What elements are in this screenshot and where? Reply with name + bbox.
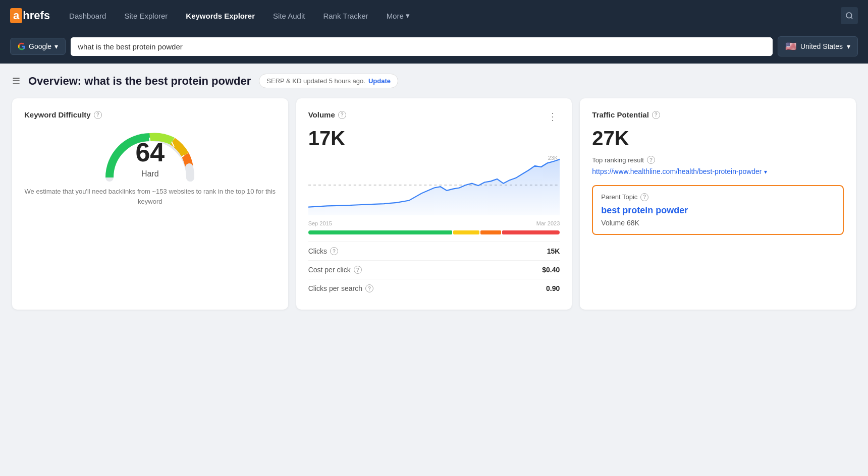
overview-header: ☰ Overview: what is the best protein pow… bbox=[12, 74, 856, 88]
nav-dashboard[interactable]: Dashboard bbox=[62, 8, 113, 24]
top-ranking-label: Top ranking result ? bbox=[592, 156, 844, 164]
parent-topic-box: Parent Topic ? best protein powder Volum… bbox=[592, 185, 844, 235]
search-engine-selector[interactable]: Google ▾ bbox=[10, 38, 66, 55]
chart-start-label: Sep 2015 bbox=[308, 220, 332, 226]
top-ranking-help-icon[interactable]: ? bbox=[647, 156, 655, 164]
cards-row: Keyword Difficulty ? bbox=[12, 98, 856, 310]
clicks-help-icon[interactable]: ? bbox=[330, 247, 338, 255]
chart-max-label: 23K bbox=[548, 155, 558, 161]
volume-help-icon[interactable]: ? bbox=[338, 111, 346, 119]
gauge-wrap: 64 Hard bbox=[24, 127, 276, 178]
kd-help-icon[interactable]: ? bbox=[94, 111, 102, 119]
cpc-help-icon[interactable]: ? bbox=[354, 266, 362, 274]
cpc-label: Cost per click ? bbox=[308, 266, 362, 274]
nav-more[interactable]: More ▾ bbox=[379, 7, 417, 24]
nav-site-explorer[interactable]: Site Explorer bbox=[117, 8, 175, 24]
chevron-down-icon: ▾ bbox=[406, 11, 410, 20]
bar-red bbox=[502, 230, 560, 234]
search-input[interactable] bbox=[71, 37, 773, 56]
kd-score: 64 bbox=[135, 137, 165, 167]
traffic-card-title: Traffic Potential ? bbox=[592, 110, 844, 119]
parent-topic-keyword[interactable]: best protein powder bbox=[601, 205, 835, 216]
flag-icon: 🇺🇸 bbox=[785, 41, 796, 52]
volume-more-button[interactable]: ⋮ bbox=[546, 110, 560, 123]
bar-yellow bbox=[453, 230, 479, 234]
chart-end-label: Mar 2023 bbox=[536, 220, 560, 226]
volume-value: 17K bbox=[308, 127, 346, 150]
cpc-metric: Cost per click ? $0.40 bbox=[308, 260, 560, 279]
country-selector[interactable]: 🇺🇸 United States ▾ bbox=[778, 36, 858, 56]
parent-topic-volume: Volume 68K bbox=[601, 219, 835, 227]
clicks-metric: Clicks ? 15K bbox=[308, 242, 560, 260]
chart-labels: Sep 2015 Mar 2023 bbox=[308, 220, 560, 226]
clicks-label: Clicks ? bbox=[308, 247, 338, 255]
kd-card: Keyword Difficulty ? bbox=[12, 98, 288, 310]
traffic-value: 27K bbox=[592, 127, 844, 150]
google-icon bbox=[18, 42, 26, 50]
svg-point-0 bbox=[846, 13, 852, 18]
url-dropdown-icon: ▾ bbox=[764, 168, 767, 176]
cpc-value: $0.40 bbox=[542, 266, 560, 274]
search-icon bbox=[845, 12, 853, 20]
distribution-bar bbox=[308, 230, 560, 234]
search-bar: Google ▾ 🇺🇸 United States ▾ bbox=[0, 31, 868, 64]
bar-green bbox=[308, 230, 452, 234]
svg-line-1 bbox=[851, 17, 852, 19]
ranking-url-link[interactable]: https://www.healthline.com/health/best-p… bbox=[592, 167, 844, 177]
traffic-help-icon[interactable]: ? bbox=[652, 111, 660, 119]
cps-help-icon[interactable]: ? bbox=[365, 284, 373, 292]
volume-header: Volume ? 17K ⋮ bbox=[308, 110, 560, 155]
clicks-value: 15K bbox=[547, 247, 560, 255]
search-input-wrap bbox=[71, 37, 773, 56]
kd-label: Hard bbox=[135, 169, 165, 178]
kd-description: We estimate that you'll need backlinks f… bbox=[24, 187, 276, 206]
hamburger-icon[interactable]: ☰ bbox=[12, 76, 20, 87]
page-title: Overview: what is the best protein powde… bbox=[28, 75, 251, 88]
engine-chevron-icon: ▾ bbox=[55, 42, 58, 50]
cps-metric: Clicks per search ? 0.90 bbox=[308, 279, 560, 298]
nav-site-audit[interactable]: Site Audit bbox=[266, 8, 312, 24]
navbar: ahrefs Dashboard Site Explorer Keywords … bbox=[0, 0, 868, 31]
logo-a: a bbox=[10, 8, 22, 23]
logo: ahrefs bbox=[10, 8, 50, 23]
parent-topic-help-icon[interactable]: ? bbox=[640, 193, 648, 201]
volume-card: Volume ? 17K ⋮ 23K bbox=[296, 98, 572, 310]
bar-orange bbox=[480, 230, 501, 234]
engine-label: Google bbox=[29, 42, 51, 50]
nav-rank-tracker[interactable]: Rank Tracker bbox=[316, 8, 375, 24]
parent-topic-label: Parent Topic ? bbox=[601, 193, 835, 201]
kd-card-title: Keyword Difficulty ? bbox=[24, 110, 276, 119]
logo-hrefs: hrefs bbox=[23, 9, 50, 22]
volume-card-title: Volume ? bbox=[308, 110, 346, 119]
volume-chart: 23K bbox=[308, 155, 560, 215]
cps-value: 0.90 bbox=[546, 284, 560, 292]
update-button[interactable]: Update bbox=[368, 77, 391, 85]
update-text: SERP & KD updated 5 hours ago. bbox=[266, 77, 365, 85]
cps-label: Clicks per search ? bbox=[308, 284, 373, 292]
nav-keywords-explorer[interactable]: Keywords Explorer bbox=[179, 8, 262, 24]
country-chevron-icon: ▾ bbox=[847, 42, 850, 50]
nav-search-icon-btn[interactable] bbox=[841, 7, 858, 24]
traffic-card: Traffic Potential ? 27K Top ranking resu… bbox=[580, 98, 856, 310]
content-area: ☰ Overview: what is the best protein pow… bbox=[0, 64, 868, 320]
volume-chart-svg bbox=[308, 155, 560, 215]
country-label: United States bbox=[800, 42, 843, 50]
update-badge: SERP & KD updated 5 hours ago. Update bbox=[259, 74, 398, 88]
